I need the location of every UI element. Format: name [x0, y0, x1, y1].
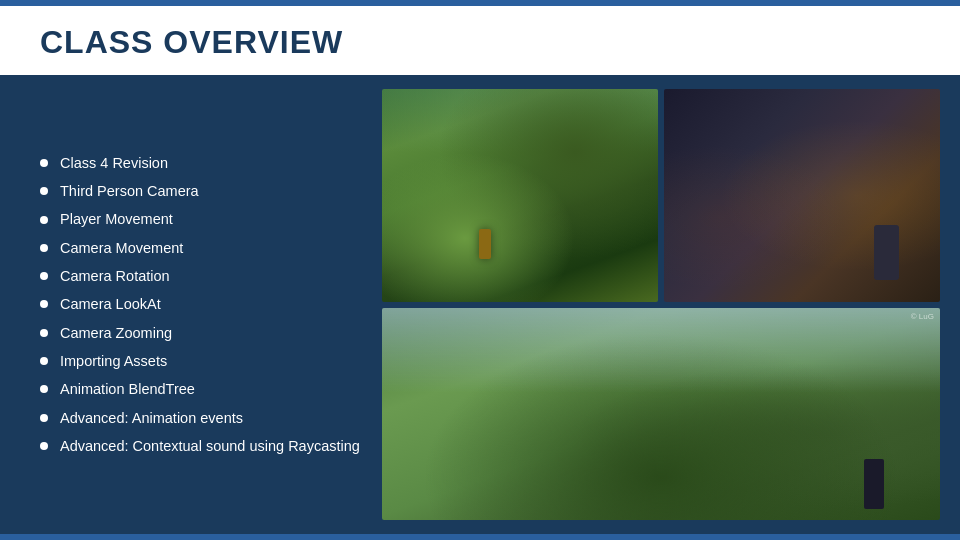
- bullet-text: Camera Rotation: [60, 266, 170, 286]
- bullet-text: Advanced: Contextual sound using Raycast…: [60, 436, 360, 456]
- bullet-text: Importing Assets: [60, 351, 167, 371]
- bullet-text: Camera LookAt: [60, 294, 161, 314]
- bullet-list: Class 4 RevisionThird Person CameraPlaye…: [30, 85, 370, 524]
- bullet-item: Advanced: Contextual sound using Raycast…: [40, 432, 370, 460]
- bullet-dot: [40, 216, 48, 224]
- bullet-dot: [40, 442, 48, 450]
- slide-title: CLASS OVERVIEW: [40, 24, 920, 61]
- bullet-dot: [40, 357, 48, 365]
- bullet-text: Third Person Camera: [60, 181, 199, 201]
- bullet-text: Advanced: Animation events: [60, 408, 243, 428]
- bullet-item: Camera Rotation: [40, 262, 370, 290]
- bullet-dot: [40, 300, 48, 308]
- bullet-text: Player Movement: [60, 209, 173, 229]
- bullet-text: Class 4 Revision: [60, 153, 168, 173]
- game-image-1: [382, 89, 658, 302]
- bullet-item: Animation BlendTree: [40, 375, 370, 403]
- bullet-text: Camera Zooming: [60, 323, 172, 343]
- header: CLASS OVERVIEW: [0, 6, 960, 75]
- bullet-text: Animation BlendTree: [60, 379, 195, 399]
- watermark: © LuG: [911, 312, 934, 321]
- images-area: © LuG: [382, 85, 940, 524]
- bullet-dot: [40, 329, 48, 337]
- bullet-dot: [40, 414, 48, 422]
- bullet-item: Third Person Camera: [40, 177, 370, 205]
- bullet-item: Importing Assets: [40, 347, 370, 375]
- bullet-dot: [40, 159, 48, 167]
- bottom-bar: [0, 534, 960, 540]
- bullet-dot: [40, 187, 48, 195]
- bullet-dot: [40, 244, 48, 252]
- bullet-text: Camera Movement: [60, 238, 183, 258]
- content-area: Class 4 RevisionThird Person CameraPlaye…: [0, 75, 960, 534]
- bullet-item: Camera Zooming: [40, 319, 370, 347]
- bullet-item: Class 4 Revision: [40, 149, 370, 177]
- bullet-item: Camera Movement: [40, 234, 370, 262]
- bullet-dot: [40, 272, 48, 280]
- game-image-2: [664, 89, 940, 302]
- bullet-item: Player Movement: [40, 205, 370, 233]
- bullet-item: Camera LookAt: [40, 290, 370, 318]
- bullet-dot: [40, 385, 48, 393]
- game-image-3: © LuG: [382, 308, 940, 521]
- slide: CLASS OVERVIEW Class 4 RevisionThird Per…: [0, 0, 960, 540]
- bullet-item: Advanced: Animation events: [40, 404, 370, 432]
